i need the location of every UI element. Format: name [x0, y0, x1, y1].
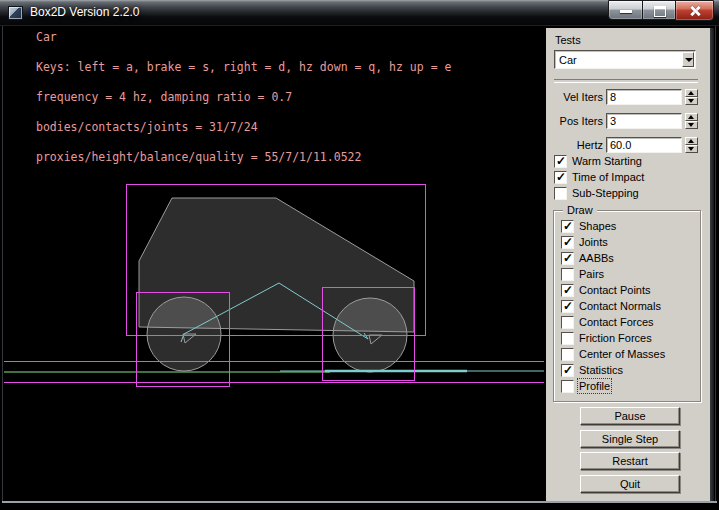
- checkbox-label: Shapes: [579, 220, 616, 232]
- checkbox-box[interactable]: [561, 348, 574, 361]
- hertz-spinner: [685, 137, 698, 153]
- pause-button[interactable]: Pause: [580, 407, 680, 425]
- checkbox-label: Friction Forces: [579, 332, 652, 344]
- hud-line-keys: Keys: left = a, brake = s, right = d, hz…: [36, 60, 451, 74]
- pos-iters-label: Pos Iters: [546, 115, 603, 127]
- checkbox-box[interactable]: [561, 332, 574, 345]
- window-titlebar[interactable]: Box2D Version 2.2.0: [0, 0, 719, 26]
- control-panel: Tests Car Vel Iters Pos Iters: [546, 28, 710, 501]
- quit-button[interactable]: Quit: [580, 475, 680, 493]
- checkbox-box[interactable]: [561, 220, 574, 233]
- checkbox-box[interactable]: [561, 300, 574, 313]
- checkbox-box[interactable]: [561, 268, 574, 281]
- minimize-icon: [620, 10, 632, 13]
- vel-iters-row: Vel Iters: [546, 89, 710, 105]
- tests-dropdown-button[interactable]: [682, 52, 694, 67]
- single-step-button[interactable]: Single Step: [580, 430, 680, 448]
- draw-group: Draw Shapes Joints AABBs Pairs Contact P…: [553, 210, 701, 402]
- vel-iters-spinner: [685, 89, 698, 105]
- hud-line-frequency: frequency = 4 hz, damping ratio = 0.7: [36, 90, 292, 104]
- checkbox-label: AABBs: [579, 252, 614, 264]
- maximize-button[interactable]: [642, 0, 676, 20]
- vel-iters-label: Vel Iters: [546, 91, 603, 103]
- pos-iters-spinner: [685, 113, 698, 129]
- checkbox-label: Statistics: [579, 364, 623, 376]
- pos-iters-input[interactable]: [606, 113, 682, 129]
- hud-line-proxies: proxies/height/balance/quality = 55/7/1/…: [36, 150, 361, 164]
- minimize-button[interactable]: [608, 0, 643, 20]
- window-frame-right: [715, 26, 716, 501]
- draw-group-legend: Draw: [563, 204, 597, 216]
- checkbox-box[interactable]: [561, 252, 574, 265]
- checkbox-box[interactable]: [561, 236, 574, 249]
- checkbox-box[interactable]: [561, 380, 574, 393]
- hertz-row: Hertz: [546, 137, 710, 153]
- pos-iters-down-button[interactable]: [685, 121, 698, 129]
- tests-label: Tests: [555, 34, 581, 46]
- checkbox-label: Profile: [579, 380, 610, 392]
- vel-iters-input[interactable]: [606, 89, 682, 105]
- vel-iters-down-button[interactable]: [685, 97, 698, 105]
- simulation-viewport[interactable]: Car Keys: left = a, brake = s, right = d…: [4, 26, 544, 501]
- pos-iters-row: Pos Iters: [546, 113, 710, 129]
- hud-line-bodies: bodies/contacts/joints = 31/7/24: [36, 120, 258, 134]
- window-frame-left: [2, 26, 3, 501]
- checkbox-box[interactable]: [561, 364, 574, 377]
- app-icon: [9, 7, 22, 19]
- window-title: Box2D Version 2.2.0: [30, 5, 139, 19]
- restart-button[interactable]: Restart: [580, 452, 680, 470]
- close-icon: [689, 5, 701, 17]
- panel-divider: [554, 79, 698, 83]
- tests-dropdown[interactable]: Car: [554, 50, 696, 69]
- checkbox-label: Pairs: [579, 268, 604, 280]
- window-frame-bottom: [2, 501, 717, 503]
- checkbox-label: Joints: [579, 236, 608, 248]
- checkbox-label: Contact Points: [579, 284, 651, 296]
- checkbox-box[interactable]: [554, 171, 567, 184]
- tests-dropdown-value: Car: [559, 54, 577, 66]
- hud-line-title: Car: [36, 30, 57, 44]
- checkbox-label: Contact Normals: [579, 300, 661, 312]
- checkbox-label: Center of Masses: [579, 348, 665, 360]
- maximize-icon: [654, 6, 666, 17]
- tests-dropdown-field[interactable]: Car: [554, 50, 696, 69]
- close-button[interactable]: [675, 0, 714, 21]
- checkbox-box[interactable]: [554, 187, 567, 200]
- hertz-up-button[interactable]: [685, 137, 698, 145]
- hertz-label: Hertz: [546, 139, 603, 151]
- pos-iters-up-button[interactable]: [685, 113, 698, 121]
- vel-iters-up-button[interactable]: [685, 89, 698, 97]
- checkbox-box[interactable]: [561, 316, 574, 329]
- chevron-down-icon: [685, 58, 693, 62]
- checkbox-box[interactable]: [561, 284, 574, 297]
- hertz-down-button[interactable]: [685, 145, 698, 153]
- checkbox-label: Time of Impact: [572, 171, 644, 183]
- hertz-input[interactable]: [606, 137, 682, 153]
- checkbox-label: Contact Forces: [579, 316, 654, 328]
- app-window: Box2D Version 2.2.0: [0, 0, 719, 510]
- panel-right-edge: [710, 28, 714, 501]
- checkbox-label: Sub-Stepping: [572, 187, 639, 199]
- hud-statistics: Car Keys: left = a, brake = s, right = d…: [36, 30, 451, 165]
- checkbox-box[interactable]: [554, 155, 567, 168]
- checkbox-label: Warm Starting: [572, 155, 642, 167]
